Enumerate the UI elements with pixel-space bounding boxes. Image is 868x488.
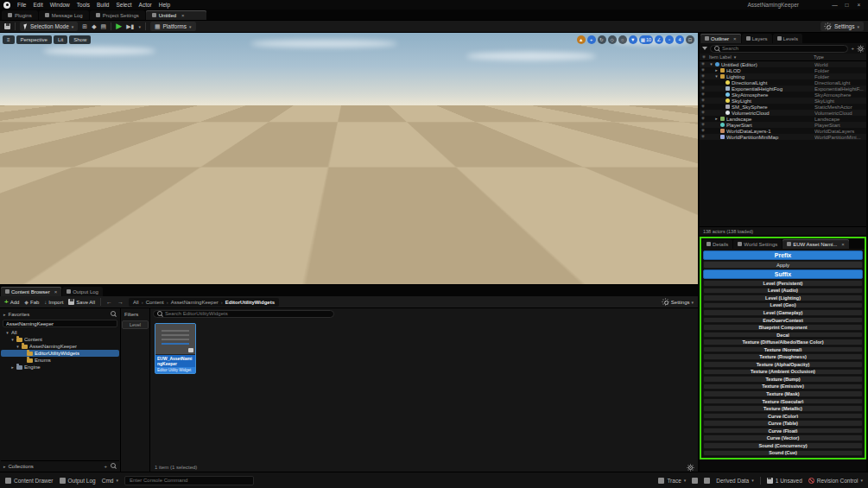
- chevron-right-icon[interactable]: ▸: [714, 68, 719, 73]
- outliner-row[interactable]: ◉DirectionalLightDirectionalLight: [700, 79, 866, 86]
- type-column-header[interactable]: Type: [814, 54, 864, 60]
- outliner-row[interactable]: ◉▸LandscapeLandscape: [700, 116, 866, 122]
- outliner-search-input[interactable]: [722, 46, 845, 51]
- trace-dropdown[interactable]: Trace ▾: [658, 478, 686, 484]
- chevron-right-icon[interactable]: ▸: [714, 117, 719, 121]
- gizmo-z-axis[interactable]: [349, 238, 350, 256]
- view-options-icon[interactable]: [687, 464, 694, 471]
- naming-button-texture-roughness[interactable]: Texture (Roughness): [703, 353, 863, 360]
- visibility-eye-icon[interactable]: ◉: [701, 80, 706, 85]
- tab-content-browser[interactable]: Content Browser ×: [1, 287, 61, 296]
- close-button[interactable]: ×: [853, 0, 865, 10]
- chevron-down-icon[interactable]: ▾: [10, 338, 15, 342]
- menu-item-build[interactable]: Build: [93, 0, 112, 10]
- tab-details[interactable]: Details: [702, 239, 732, 249]
- naming-button-texture-metallic[interactable]: Texture (Metallic): [703, 405, 863, 412]
- visibility-eye-icon[interactable]: ◉: [701, 135, 706, 139]
- search-icon[interactable]: [110, 311, 117, 318]
- outliner-search-box[interactable]: [710, 45, 848, 53]
- unreal-logo-icon[interactable]: [3, 2, 10, 9]
- visibility-eye-icon[interactable]: ◉: [701, 62, 706, 67]
- asset-search-box[interactable]: [153, 310, 334, 318]
- tab-output-log[interactable]: Output Log: [62, 287, 103, 296]
- close-icon[interactable]: ×: [733, 36, 737, 41]
- asset-search-input[interactable]: [165, 311, 331, 316]
- play-button[interactable]: ▶: [116, 22, 122, 30]
- selection-mode-dropdown[interactable]: Selection Mode ▾: [20, 22, 78, 31]
- visibility-eye-icon[interactable]: ◉: [701, 105, 706, 109]
- naming-button-curve-table[interactable]: Curve (Table): [703, 420, 863, 427]
- save-all-button[interactable]: Save All: [68, 299, 95, 305]
- filters-header[interactable]: Filters: [122, 309, 149, 319]
- rotate-tool[interactable]: ↻: [598, 35, 606, 44]
- editor-tab-message-log[interactable]: Message Log: [39, 10, 89, 20]
- chevron-right-icon[interactable]: ▸: [10, 365, 15, 370]
- naming-button-texture-ambient-occlusion[interactable]: Texture (Ambient Occlusion): [703, 369, 863, 376]
- tab-world-settings[interactable]: World Settings: [733, 239, 782, 249]
- surface-snap-toggle[interactable]: ▼: [629, 35, 637, 44]
- naming-button-sound-concurrency[interactable]: Sound (Concurrency): [703, 442, 863, 449]
- chevron-down-icon[interactable]: ▾: [16, 345, 20, 349]
- outliner-row[interactable]: ◉▸HLODFolder: [700, 67, 866, 73]
- outliner-row[interactable]: ◉ExponentialHeightFogExponentialHeightF.…: [700, 86, 866, 92]
- naming-button-envquerycontext[interactable]: EnvQueryContext: [703, 317, 863, 324]
- editor-tab-untitled[interactable]: Untitled×: [146, 10, 206, 20]
- visibility-eye-icon[interactable]: ◉: [701, 117, 706, 121]
- sphere-gizmo[interactable]: [333, 204, 363, 233]
- naming-button-curve-vector[interactable]: Curve (Vector): [703, 434, 863, 441]
- revision-control-dropdown[interactable]: Revision Control ▾: [808, 478, 863, 484]
- forward-button[interactable]: →: [117, 299, 124, 305]
- viewport-options-menu[interactable]: ≡: [3, 35, 15, 44]
- visibility-eye-icon[interactable]: ◉: [701, 111, 706, 115]
- menu-item-tools[interactable]: Tools: [73, 0, 93, 10]
- tree-item-content[interactable]: ▾Content: [1, 336, 119, 343]
- breadcrumb-item-assetnamingkeeper[interactable]: AssetNamingKeeper: [171, 300, 219, 305]
- tree-item-engine[interactable]: ▸Engine: [1, 364, 119, 371]
- tab-euw-asset-naming[interactable]: EUW Asset Nami... ×: [782, 239, 849, 249]
- frame-skip-icon[interactable]: ▶▮: [126, 23, 134, 29]
- gear-icon[interactable]: [857, 45, 864, 52]
- outliner-row[interactable]: ◉SkyAtmosphereSkyAtmosphere: [700, 92, 866, 98]
- fab-button[interactable]: ◆ Fab: [24, 300, 39, 305]
- menu-item-edit[interactable]: Edit: [29, 0, 46, 10]
- tree-item-assetnamingkeeper[interactable]: ▾AssetNamingKeeper: [1, 343, 119, 350]
- naming-button-decal[interactable]: Decal: [703, 332, 863, 339]
- editor-tab-project-settings[interactable]: Project Settings: [90, 10, 145, 20]
- coordinate-space-toggle[interactable]: ○: [618, 35, 627, 44]
- outliner-row[interactable]: ◉SkyLightSkyLight: [700, 98, 866, 104]
- derived-data-dropdown[interactable]: Derived Data ▾: [716, 478, 753, 484]
- naming-button-level-geo[interactable]: Level (Geo): [703, 302, 863, 309]
- naming-button-texture-alpha-opacity[interactable]: Texture (Alpha/Opacity): [703, 361, 863, 368]
- menu-item-select[interactable]: Select: [112, 0, 135, 10]
- console-command-input[interactable]: [128, 477, 250, 484]
- outliner-row[interactable]: ◉▾Untitled (Editor)World: [700, 61, 866, 67]
- naming-button-curve-float[interactable]: Curve (Float): [703, 428, 863, 434]
- console-command-box[interactable]: [124, 476, 254, 485]
- visibility-eye-icon[interactable]: ◉: [701, 92, 706, 97]
- import-button[interactable]: ↓ Import: [44, 300, 63, 305]
- favorites-header[interactable]: ▸ Favorites: [1, 309, 119, 319]
- item-label-column-header[interactable]: Item Label: [709, 54, 732, 60]
- select-tool[interactable]: ▲: [577, 35, 586, 44]
- naming-button-texture-mask[interactable]: Texture (Mask): [703, 390, 863, 397]
- minimize-button[interactable]: —: [829, 0, 840, 10]
- menu-item-window[interactable]: Window: [47, 0, 73, 10]
- naming-button-level-lighting[interactable]: Level (Lighting): [703, 295, 863, 301]
- naming-button-texture-specular[interactable]: Texture (Specular): [703, 398, 863, 405]
- naming-button-curve-color[interactable]: Curve (Color): [703, 413, 863, 420]
- outliner-row[interactable]: ◉WorldPartitionMiniMapWorldPartitionMini…: [700, 134, 866, 140]
- breadcrumb-item-all[interactable]: All: [133, 300, 139, 305]
- add-collection-icon[interactable]: +: [104, 464, 107, 469]
- camera-speed[interactable]: 4: [675, 35, 684, 44]
- collections-header[interactable]: ▸ Collections +: [1, 460, 119, 471]
- breadcrumb-item-content[interactable]: Content: [146, 300, 164, 305]
- move-tool[interactable]: +: [587, 35, 596, 44]
- show-flags-dropdown[interactable]: Show: [69, 35, 91, 44]
- visibility-eye-icon[interactable]: ◉: [701, 129, 706, 133]
- play-options-chevron-icon[interactable]: ▾: [138, 24, 141, 29]
- outliner-row[interactable]: ◉SM_SkySphereStaticMeshActor: [700, 104, 866, 110]
- chevron-down-icon[interactable]: ▾: [714, 74, 719, 79]
- maximize-viewport[interactable]: ⊡: [686, 35, 694, 44]
- naming-button-level-gameplay[interactable]: Level (Gameplay): [703, 309, 863, 316]
- naming-button-level-audio[interactable]: Level (Audio): [703, 288, 863, 295]
